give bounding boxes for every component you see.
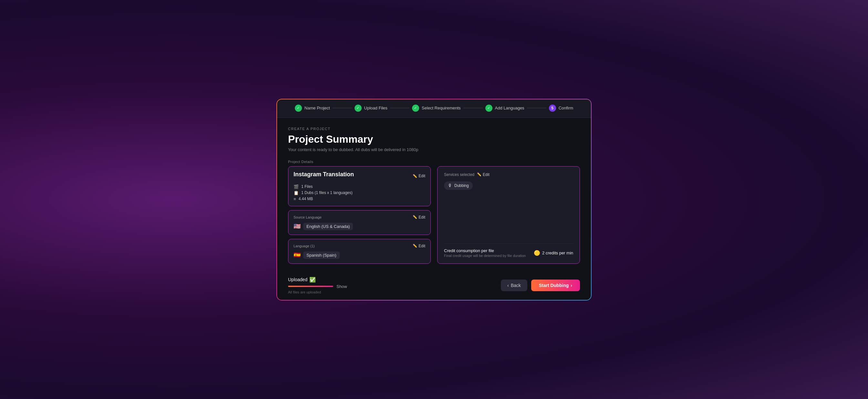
back-arrow-icon: ‹ (507, 283, 509, 288)
left-column: Instagram Translation ✏️ Edit 🎬 1 Files … (288, 166, 431, 264)
target-lang-row: 🇪🇸 Spanish (Spain) (293, 251, 425, 259)
step-2-label: Upload Files (364, 105, 388, 111)
stepper: ✓ Name Project ✓ Upload Files ✓ Select R… (276, 99, 592, 118)
pencil-icon: ✏️ (413, 174, 417, 178)
target-lang-label: Spanish (Spain) (303, 251, 340, 259)
pencil-icon-2: ✏️ (413, 215, 417, 219)
pencil-icon-4: ✏️ (477, 173, 482, 177)
video-icon: 🎬 (293, 184, 299, 189)
file-icon: ≡ (293, 196, 296, 202)
target-lang-title: Language (1) (293, 244, 314, 248)
project-card-header: Instagram Translation ✏️ Edit (293, 171, 425, 181)
upload-status: Uploaded ✅ (288, 277, 347, 283)
step-1-label: Name Project (305, 105, 330, 111)
modal-container: ✓ Name Project ✓ Upload Files ✓ Select R… (276, 98, 592, 301)
step-5-label: Confirm (559, 105, 574, 111)
progress-wrapper: Show (288, 284, 347, 289)
create-label: CREATE A PROJECT (288, 127, 580, 131)
step-1-icon: ✓ (295, 104, 302, 112)
step-4-icon: ✓ (485, 104, 492, 112)
main-grid: Instagram Translation ✏️ Edit 🎬 1 Files … (288, 166, 580, 264)
source-lang-row: 🇺🇸 English (US & Canada) (293, 223, 425, 230)
page-title: Project Summary (288, 133, 580, 145)
step-select-requirements: ✓ Select Requirements (412, 104, 461, 112)
credit-amount: 2 credits per min (542, 250, 573, 255)
credit-info: Credit consumption per file Final credit… (444, 248, 526, 257)
dubbing-icon: 🎙 (448, 183, 453, 188)
dubbing-label: Dubbing (454, 183, 469, 188)
target-lang-header: Language (1) ✏️ Edit (293, 244, 425, 248)
edit-project-button[interactable]: ✏️ Edit (413, 174, 425, 178)
start-dubbing-button[interactable]: Start Dubbing › (531, 280, 580, 291)
target-language-card: Language (1) ✏️ Edit 🇪🇸 Spanish (Spain) (288, 239, 431, 264)
credit-value: 🟡 2 credits per min (534, 250, 573, 256)
files-count: 1 Files (301, 184, 313, 189)
credit-section: Credit consumption per file Final credit… (444, 243, 573, 257)
project-card: Instagram Translation ✏️ Edit 🎬 1 Files … (288, 166, 431, 206)
step-upload-files: ✓ Upload Files (354, 104, 388, 112)
coin-icon: 🟡 (534, 250, 540, 256)
check-icon: ✅ (309, 277, 316, 283)
size-row: ≡ 4.44 MB (293, 196, 425, 202)
page-subtitle: Your content is ready to be dubbed. All … (288, 147, 580, 152)
back-button[interactable]: ‹ Back (501, 280, 527, 291)
upload-section: Uploaded ✅ Show All files are uploaded (288, 277, 347, 294)
services-card: Services selected ✏️ Edit 🎙 Dubbing Cred… (437, 166, 580, 264)
show-link[interactable]: Show (337, 284, 347, 289)
edit-services-button[interactable]: ✏️ Edit (477, 173, 490, 177)
step-3-icon: ✓ (412, 104, 419, 112)
step-name-project: ✓ Name Project (295, 104, 330, 112)
upload-status-text: Uploaded (288, 277, 307, 282)
step-4-label: Add Languages (495, 105, 524, 111)
credit-sublabel: Final credit usage will be determined by… (444, 254, 526, 257)
source-lang-title: Source Language (293, 215, 321, 219)
dubs-info: 1 Dubs (1 files x 1 languages) (301, 190, 352, 195)
project-name: Instagram Translation (293, 171, 354, 178)
files-row: 🎬 1 Files (293, 184, 425, 189)
credit-label: Credit consumption per file (444, 248, 526, 253)
footer: Uploaded ✅ Show All files are uploaded ‹… (276, 272, 592, 301)
dubs-row: 📋 1 Dubs (1 files x 1 languages) (293, 190, 425, 195)
services-header: Services selected ✏️ Edit (444, 173, 573, 177)
step-3-label: Select Requirements (422, 105, 461, 111)
pencil-icon-3: ✏️ (413, 244, 417, 248)
step-add-languages: ✓ Add Languages (485, 104, 524, 112)
copy-icon: 📋 (293, 190, 299, 195)
progress-bar (288, 286, 333, 287)
step-5-icon: 5 (549, 104, 556, 112)
edit-target-lang-button[interactable]: ✏️ Edit (413, 244, 425, 248)
services-selected-label: Services selected (444, 173, 474, 177)
edit-source-lang-button[interactable]: ✏️ Edit (413, 215, 425, 219)
project-meta: 🎬 1 Files 📋 1 Dubs (1 files x 1 language… (293, 184, 425, 202)
main-content: CREATE A PROJECT Project Summary Your co… (276, 118, 592, 272)
step-confirm: 5 Confirm (549, 104, 574, 112)
arrow-right-icon: › (570, 283, 572, 288)
target-flag: 🇪🇸 (293, 251, 301, 258)
dubbing-badge: 🎙 Dubbing (444, 181, 473, 190)
source-flag: 🇺🇸 (293, 223, 301, 230)
source-lang-label: English (US & Canada) (303, 223, 353, 230)
file-size: 4.44 MB (299, 196, 313, 201)
project-details-label: Project Details (288, 160, 580, 164)
footer-actions: ‹ Back Start Dubbing › (501, 280, 580, 291)
source-language-card: Source Language ✏️ Edit 🇺🇸 English (US &… (288, 210, 431, 235)
all-uploaded-text: All files are uploaded (288, 290, 347, 294)
source-lang-header: Source Language ✏️ Edit (293, 215, 425, 219)
step-2-icon: ✓ (354, 104, 362, 112)
